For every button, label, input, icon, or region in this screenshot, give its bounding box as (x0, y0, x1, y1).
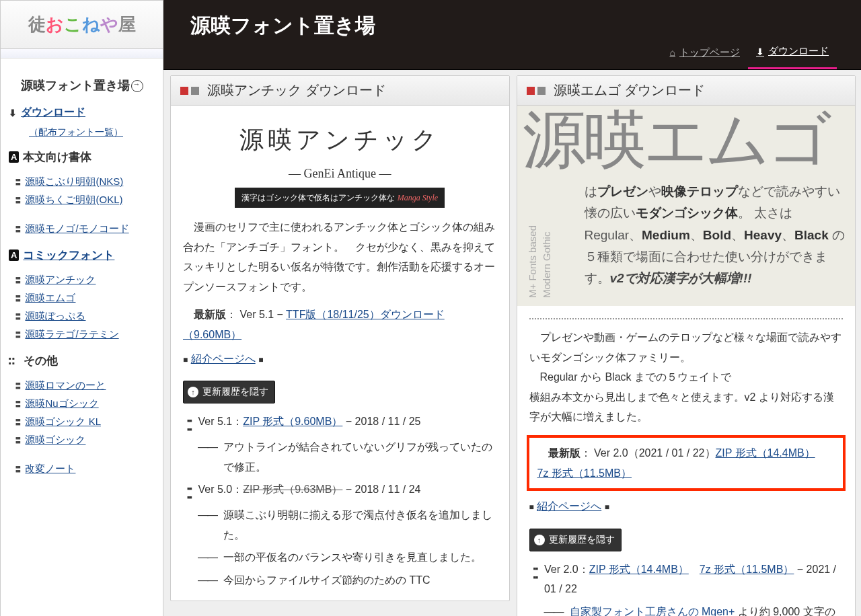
mgen-link[interactable]: 自家製フォント工房さんの Mgen+ (570, 606, 735, 616)
antique-latest: 最新版： Ver 5.1 − TTF版（18/11/25）ダウンロード（9.60… (183, 305, 497, 344)
square-icon (191, 87, 199, 95)
sidebar-item[interactable]: ■■■■改変ノート (9, 460, 156, 478)
site-logo[interactable]: 徒おこねや屋 (1, 1, 163, 49)
card-header: 源暎エムゴ ダウンロード (517, 76, 856, 106)
sidebar-download-link[interactable]: ⬇ ダウンロード (9, 106, 156, 120)
card-header: 源暎アンチック ダウンロード (171, 76, 509, 106)
emgo-intro-link[interactable]: 紹介ページへ (537, 500, 601, 512)
grid-icon (9, 356, 20, 367)
history-7z-link[interactable]: 7z 形式（11.5MB） (700, 564, 794, 575)
sidebar-item[interactable]: ■■■■源暎エムゴ (9, 289, 156, 307)
highlight-box: 最新版： Ver 2.0（2021 / 01 / 22）ZIP 形式（14.4M… (527, 435, 846, 491)
sidebar-item[interactable]: ■■■■源暎アンチック (9, 271, 156, 289)
page-header: 源暎フォント置き場 ⌂トップページ ⬇ダウンロード (163, 0, 861, 70)
sidebar-title[interactable]: 源暎フォント置き場 (1, 59, 163, 106)
sidebar-section-body: A本文向け書体 (9, 149, 156, 165)
nav-top[interactable]: ⌂トップページ (662, 38, 748, 69)
history-toggle[interactable]: ↑更新履歴を隠す (529, 529, 622, 551)
history-item: ■■■■Ver 2.0：ZIP 形式（14.4MB） 7z 形式（11.5MB）… (529, 558, 844, 601)
square-icon (527, 87, 535, 95)
sidebar-section-comic: Aコミックフォント (9, 247, 156, 263)
sidebar-item[interactable]: ■■■■源暎モノゴ/モノコード (9, 220, 156, 238)
sidebar-item[interactable]: ■■■■源暎ゴシック (9, 431, 156, 449)
home-icon: ⌂ (670, 47, 675, 58)
square-icon (180, 87, 188, 95)
nav-download[interactable]: ⬇ダウンロード (748, 38, 837, 69)
square-icon (537, 87, 546, 95)
sidebar-item[interactable]: ■■■■源暎ぽっぷる (9, 307, 156, 325)
history-item: ■■■■Ver 5.1：ZIP 形式（9.60MB） − 2018 / 11 /… (183, 410, 497, 436)
antique-card: 源暎アンチック ダウンロード 源暎アンチック — GenEi Antique —… (170, 75, 510, 601)
emgo-description: プレゼンや動画・ゲームのテロップなど様々な場面で読みやすいモダンゴシック体ファミ… (529, 328, 844, 427)
emgo-card: 源暎エムゴ ダウンロード 源暎エムゴ M+ Fonts basedModern … (517, 75, 856, 616)
page-title: 源暎フォント置き場 (163, 0, 861, 40)
download-icon: ⬇ (9, 108, 17, 118)
history-item: ■■■■Ver 5.0：ZIP 形式（9.63MB） − 2018 / 11 /… (183, 478, 497, 504)
arrow-circle-icon (131, 80, 143, 92)
antique-description: 漫画のセリフで主に使われるアンチック体とゴシック体の組み合わた「アンチゴチ」フォ… (183, 217, 497, 297)
sidebar-font-list[interactable]: （配布フォント一覧） (9, 126, 156, 139)
sidebar-item[interactable]: ■■■■源暎ラテゴ/ラテミン (9, 325, 156, 344)
emgo-banner: 源暎エムゴ M+ Fonts basedModern Gothic はプレゼンや… (517, 106, 856, 306)
arrow-up-icon: ↑ (534, 535, 545, 545)
sidebar-item[interactable]: ■■■■源暎こぶり明朝(NKS) (9, 173, 156, 191)
antique-intro-link[interactable]: 紹介ページへ (191, 353, 256, 364)
history-toggle[interactable]: ↑更新履歴を隠す (183, 381, 275, 403)
sidebar-item[interactable]: ■■■■源暎ロマンのーと (9, 377, 156, 395)
sidebar-section-other: その他 (9, 353, 156, 369)
history-zip-link[interactable]: ZIP 形式（14.4MB） (589, 564, 689, 575)
download-icon: ⬇ (756, 46, 764, 57)
sidebar-item[interactable]: ■■■■源暎ちくご明朝(OKL) (9, 191, 156, 209)
emgo-latest-zip[interactable]: ZIP 形式（14.4MB） (716, 447, 815, 459)
sidebar-item[interactable]: ■■■■源暎ゴシック KL (9, 413, 156, 431)
sidebar-item[interactable]: ■■■■源暎Nuゴシック (9, 395, 156, 413)
emgo-latest-7z[interactable]: 7z 形式（11.5MB） (537, 467, 632, 479)
arrow-up-icon: ↑ (188, 387, 198, 397)
antique-banner: 源暎アンチック — GenEi Antique — 漢字はゴシック体で仮名はアン… (183, 118, 497, 208)
sidebar: 徒おこねや屋 源暎フォント置き場 ⬇ ダウンロード （配布フォント一覧） A本文… (0, 0, 163, 616)
history-zip-link[interactable]: ZIP 形式（9.60MB） (243, 416, 342, 427)
